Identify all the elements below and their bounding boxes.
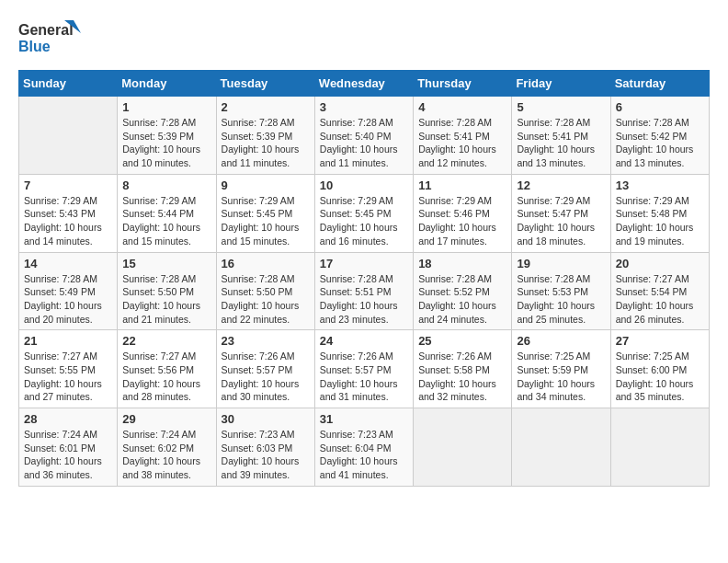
- day-info: Sunrise: 7:28 AM Sunset: 5:52 PM Dayligh…: [418, 272, 506, 327]
- day-info: Sunrise: 7:29 AM Sunset: 5:46 PM Dayligh…: [418, 194, 506, 248]
- calendar-cell: 22Sunrise: 7:27 AM Sunset: 5:56 PM Dayli…: [118, 330, 216, 408]
- day-info: Sunrise: 7:29 AM Sunset: 5:45 PM Dayligh…: [320, 194, 408, 248]
- day-number: 10: [320, 178, 408, 192]
- day-number: 18: [418, 257, 506, 270]
- logo-icon: GeneralBlue: [18, 18, 83, 55]
- day-info: Sunrise: 7:26 AM Sunset: 5:58 PM Dayligh…: [418, 350, 506, 404]
- week-row-0: 1Sunrise: 7:28 AM Sunset: 5:39 PM Daylig…: [19, 97, 710, 175]
- day-info: Sunrise: 7:23 AM Sunset: 6:03 PM Dayligh…: [222, 428, 310, 482]
- calendar-cell: 24Sunrise: 7:26 AM Sunset: 5:57 PM Dayli…: [314, 330, 413, 408]
- calendar-cell: 19Sunrise: 7:28 AM Sunset: 5:53 PM Dayli…: [512, 252, 610, 330]
- day-info: Sunrise: 7:25 AM Sunset: 5:59 PM Dayligh…: [517, 350, 605, 404]
- calendar-cell: 8Sunrise: 7:29 AM Sunset: 5:44 PM Daylig…: [118, 174, 216, 252]
- day-info: Sunrise: 7:25 AM Sunset: 6:00 PM Dayligh…: [616, 350, 704, 404]
- svg-text:Blue: Blue: [18, 39, 51, 54]
- day-number: 26: [517, 334, 605, 348]
- day-number: 11: [418, 178, 506, 192]
- svg-text:General: General: [18, 22, 74, 38]
- day-info: Sunrise: 7:28 AM Sunset: 5:42 PM Dayligh…: [616, 116, 704, 170]
- day-info: Sunrise: 7:28 AM Sunset: 5:51 PM Dayligh…: [320, 272, 408, 327]
- day-number: 17: [320, 257, 408, 270]
- day-number: 27: [616, 334, 704, 348]
- page-header: GeneralBlue: [18, 18, 710, 55]
- calendar-cell: 30Sunrise: 7:23 AM Sunset: 6:03 PM Dayli…: [216, 408, 314, 487]
- calendar-cell: 12Sunrise: 7:29 AM Sunset: 5:47 PM Dayli…: [512, 174, 610, 252]
- day-info: Sunrise: 7:27 AM Sunset: 5:54 PM Dayligh…: [616, 272, 704, 327]
- day-info: Sunrise: 7:27 AM Sunset: 5:56 PM Dayligh…: [122, 350, 210, 404]
- calendar-cell: 17Sunrise: 7:28 AM Sunset: 5:51 PM Dayli…: [314, 252, 413, 330]
- calendar-header-row: SundayMondayTuesdayWednesdayThursdayFrid…: [19, 71, 710, 97]
- day-number: 7: [24, 178, 112, 192]
- day-number: 2: [222, 100, 310, 114]
- day-number: 28: [24, 412, 112, 426]
- day-info: Sunrise: 7:27 AM Sunset: 5:55 PM Dayligh…: [24, 350, 112, 404]
- day-info: Sunrise: 7:26 AM Sunset: 5:57 PM Dayligh…: [320, 350, 408, 404]
- header-wednesday: Wednesday: [314, 71, 413, 97]
- calendar-cell: [19, 97, 118, 175]
- calendar-cell: [414, 408, 512, 487]
- day-number: 19: [517, 257, 605, 270]
- day-info: Sunrise: 7:29 AM Sunset: 5:45 PM Dayligh…: [222, 194, 310, 248]
- header-thursday: Thursday: [414, 71, 512, 97]
- day-number: 31: [320, 412, 408, 426]
- calendar-cell: 2Sunrise: 7:28 AM Sunset: 5:39 PM Daylig…: [216, 97, 314, 175]
- calendar-cell: [512, 408, 610, 487]
- day-info: Sunrise: 7:28 AM Sunset: 5:39 PM Dayligh…: [222, 116, 310, 170]
- calendar-cell: 23Sunrise: 7:26 AM Sunset: 5:57 PM Dayli…: [216, 330, 314, 408]
- calendar-cell: 4Sunrise: 7:28 AM Sunset: 5:41 PM Daylig…: [414, 97, 512, 175]
- calendar-cell: 16Sunrise: 7:28 AM Sunset: 5:50 PM Dayli…: [216, 252, 314, 330]
- calendar-cell: 1Sunrise: 7:28 AM Sunset: 5:39 PM Daylig…: [118, 97, 216, 175]
- day-number: 29: [122, 412, 210, 426]
- calendar-cell: 3Sunrise: 7:28 AM Sunset: 5:40 PM Daylig…: [314, 97, 413, 175]
- header-saturday: Saturday: [610, 71, 709, 97]
- day-number: 16: [222, 257, 310, 270]
- day-number: 25: [418, 334, 506, 348]
- calendar-cell: 21Sunrise: 7:27 AM Sunset: 5:55 PM Dayli…: [19, 330, 118, 408]
- day-number: 9: [222, 178, 310, 192]
- day-number: 15: [122, 257, 210, 270]
- week-row-3: 21Sunrise: 7:27 AM Sunset: 5:55 PM Dayli…: [19, 330, 710, 408]
- day-number: 12: [517, 178, 605, 192]
- header-tuesday: Tuesday: [216, 71, 314, 97]
- day-info: Sunrise: 7:28 AM Sunset: 5:53 PM Dayligh…: [517, 272, 605, 327]
- calendar-cell: 11Sunrise: 7:29 AM Sunset: 5:46 PM Dayli…: [414, 174, 512, 252]
- day-info: Sunrise: 7:28 AM Sunset: 5:41 PM Dayligh…: [418, 116, 506, 170]
- calendar-cell: 27Sunrise: 7:25 AM Sunset: 6:00 PM Dayli…: [610, 330, 709, 408]
- day-number: 23: [222, 334, 310, 348]
- day-number: 1: [122, 100, 210, 114]
- day-info: Sunrise: 7:24 AM Sunset: 6:01 PM Dayligh…: [24, 428, 112, 482]
- day-info: Sunrise: 7:29 AM Sunset: 5:47 PM Dayligh…: [517, 194, 605, 248]
- calendar-cell: 25Sunrise: 7:26 AM Sunset: 5:58 PM Dayli…: [414, 330, 512, 408]
- calendar-cell: 18Sunrise: 7:28 AM Sunset: 5:52 PM Dayli…: [414, 252, 512, 330]
- calendar-table: SundayMondayTuesdayWednesdayThursdayFrid…: [18, 70, 710, 487]
- day-info: Sunrise: 7:28 AM Sunset: 5:50 PM Dayligh…: [222, 272, 310, 327]
- day-number: 24: [320, 334, 408, 348]
- day-info: Sunrise: 7:28 AM Sunset: 5:50 PM Dayligh…: [122, 272, 210, 327]
- day-info: Sunrise: 7:29 AM Sunset: 5:44 PM Dayligh…: [122, 194, 210, 248]
- calendar-cell: 13Sunrise: 7:29 AM Sunset: 5:48 PM Dayli…: [610, 174, 709, 252]
- calendar-cell: 6Sunrise: 7:28 AM Sunset: 5:42 PM Daylig…: [610, 97, 709, 175]
- calendar-cell: 29Sunrise: 7:24 AM Sunset: 6:02 PM Dayli…: [118, 408, 216, 487]
- calendar-cell: 26Sunrise: 7:25 AM Sunset: 5:59 PM Dayli…: [512, 330, 610, 408]
- day-info: Sunrise: 7:28 AM Sunset: 5:39 PM Dayligh…: [122, 116, 210, 170]
- day-number: 20: [616, 257, 704, 270]
- calendar-cell: 14Sunrise: 7:28 AM Sunset: 5:49 PM Dayli…: [19, 252, 118, 330]
- header-monday: Monday: [118, 71, 216, 97]
- day-number: 13: [616, 178, 704, 192]
- calendar-cell: 5Sunrise: 7:28 AM Sunset: 5:41 PM Daylig…: [512, 97, 610, 175]
- week-row-1: 7Sunrise: 7:29 AM Sunset: 5:43 PM Daylig…: [19, 174, 710, 252]
- calendar-cell: 9Sunrise: 7:29 AM Sunset: 5:45 PM Daylig…: [216, 174, 314, 252]
- calendar-cell: [610, 408, 709, 487]
- week-row-2: 14Sunrise: 7:28 AM Sunset: 5:49 PM Dayli…: [19, 252, 710, 330]
- day-number: 6: [616, 100, 704, 114]
- calendar-cell: 20Sunrise: 7:27 AM Sunset: 5:54 PM Dayli…: [610, 252, 709, 330]
- day-info: Sunrise: 7:29 AM Sunset: 5:48 PM Dayligh…: [616, 194, 704, 248]
- day-number: 3: [320, 100, 408, 114]
- day-number: 21: [24, 334, 112, 348]
- day-info: Sunrise: 7:24 AM Sunset: 6:02 PM Dayligh…: [122, 428, 210, 482]
- day-number: 8: [122, 178, 210, 192]
- header-sunday: Sunday: [19, 71, 118, 97]
- day-number: 30: [222, 412, 310, 426]
- day-info: Sunrise: 7:28 AM Sunset: 5:49 PM Dayligh…: [24, 272, 112, 327]
- logo: GeneralBlue: [18, 18, 83, 55]
